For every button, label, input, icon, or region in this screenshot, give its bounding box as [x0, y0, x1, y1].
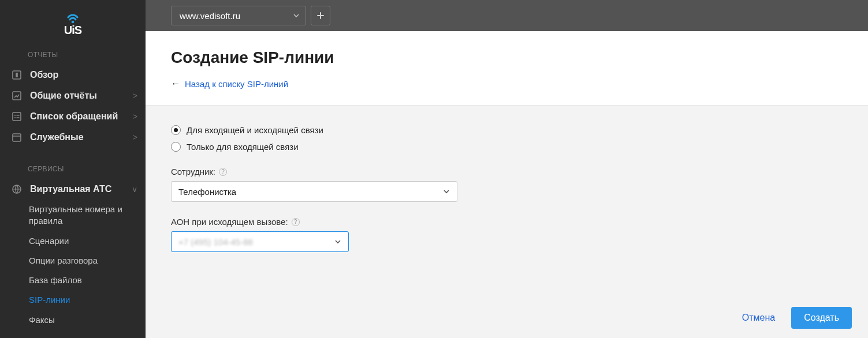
- chevron-down-icon: ∨: [132, 185, 137, 194]
- radio-label: Для входящей и исходящей связи: [187, 125, 323, 135]
- nav-label: Служебные: [30, 132, 125, 142]
- logo: UiS: [0, 7, 146, 46]
- nav-sub-talk-options[interactable]: Опции разговора: [0, 251, 146, 271]
- radio-both-directions[interactable]: Для входящей и исходящей связи: [171, 125, 843, 135]
- chevron-right-icon: >: [133, 91, 137, 100]
- overview-icon: [12, 70, 22, 80]
- nav-service-reports[interactable]: Служебные >: [0, 127, 146, 148]
- svg-rect-8: [17, 115, 20, 115]
- svg-rect-9: [17, 117, 20, 118]
- field-aon: АОН при исходящем вызове: ? +7 (495) 104…: [171, 217, 843, 252]
- svg-point-0: [72, 21, 74, 24]
- svg-text:UiS: UiS: [64, 24, 82, 36]
- create-button[interactable]: Создать: [791, 307, 852, 329]
- nav-sub-scenarios[interactable]: Сценарии: [0, 231, 146, 251]
- main: www.vedisoft.ru Создание SIP-линии ← Наз…: [146, 0, 868, 338]
- chevron-right-icon: >: [133, 112, 137, 121]
- chevron-down-icon: [334, 238, 341, 245]
- svg-rect-10: [13, 134, 21, 141]
- topbar: www.vedisoft.ru: [146, 0, 868, 31]
- nav-label: Обзор: [30, 70, 137, 80]
- nav-sub-file-base[interactable]: База файлов: [0, 271, 146, 290]
- employee-select-value: Телефонистка: [178, 187, 236, 197]
- site-select[interactable]: www.vedisoft.ru: [171, 6, 306, 25]
- svg-point-6: [14, 115, 16, 116]
- employee-select[interactable]: Телефонистка: [171, 181, 457, 202]
- field-label-text: АОН при исходящем вызове:: [171, 217, 288, 227]
- calendar-icon: [12, 132, 22, 142]
- nav-label: Список обращений: [30, 111, 125, 122]
- aon-select[interactable]: +7 (495) 104-45-88: [171, 231, 349, 252]
- help-icon[interactable]: ?: [292, 218, 300, 226]
- nav-virtual-pbx[interactable]: Виртуальная АТС ∨: [0, 179, 146, 200]
- site-select-value: www.vedisoft.ru: [180, 11, 240, 21]
- form-footer: Отмена Создать: [742, 307, 852, 329]
- page-head: Создание SIP-линии ← Назад к списку SIP-…: [146, 31, 868, 105]
- radio-icon: [171, 125, 181, 135]
- field-label-text: Сотрудник:: [171, 167, 215, 176]
- nav-overview[interactable]: Обзор: [0, 65, 146, 85]
- list-icon: [12, 111, 22, 122]
- chevron-down-icon: [443, 188, 450, 195]
- nav-label: Виртуальная АТС: [30, 184, 124, 194]
- svg-point-7: [14, 117, 16, 118]
- nav-sub-sip-lines[interactable]: SIP-линии: [0, 290, 146, 310]
- sidebar-section-reports: ОТЧЕТЫ: [0, 46, 146, 65]
- page-title: Создание SIP-линии: [171, 48, 843, 67]
- help-icon[interactable]: ?: [219, 168, 227, 176]
- radio-incoming-only[interactable]: Только для входящей связи: [171, 142, 843, 152]
- sidebar-section-services: СЕРВИСЫ: [0, 160, 146, 179]
- arrow-left-icon: ←: [171, 78, 180, 89]
- back-link-row[interactable]: ← Назад к списку SIP-линий: [171, 78, 843, 89]
- chart-icon: [12, 91, 22, 101]
- chevron-right-icon: >: [133, 133, 137, 142]
- globe-icon: [12, 184, 22, 194]
- plus-icon: [316, 12, 325, 20]
- back-link-text: Назад к списку SIP-линий: [185, 79, 288, 89]
- sidebar: UiS ОТЧЕТЫ Обзор Общие отчёты > Список о…: [0, 0, 146, 338]
- radio-icon: [171, 142, 181, 152]
- add-site-button[interactable]: [311, 6, 330, 25]
- radio-label: Только для входящей связи: [187, 142, 299, 152]
- cancel-button[interactable]: Отмена: [742, 313, 775, 323]
- field-employee: Сотрудник: ? Телефонистка: [171, 167, 843, 202]
- svg-rect-3: [16, 73, 18, 77]
- nav-requests-list[interactable]: Список обращений >: [0, 106, 146, 127]
- aon-select-value: +7 (495) 104-45-88: [178, 237, 253, 247]
- nav-common-reports[interactable]: Общие отчёты >: [0, 85, 146, 106]
- nav-label: Общие отчёты: [30, 91, 125, 101]
- nav-sub-fax[interactable]: Факсы: [0, 310, 146, 330]
- nav-sub-virtual-numbers[interactable]: Виртуальные номера и правила: [0, 200, 146, 231]
- svg-rect-5: [13, 112, 21, 121]
- chevron-down-icon: [293, 12, 300, 19]
- form-body: Для входящей и исходящей связи Только дл…: [146, 105, 868, 338]
